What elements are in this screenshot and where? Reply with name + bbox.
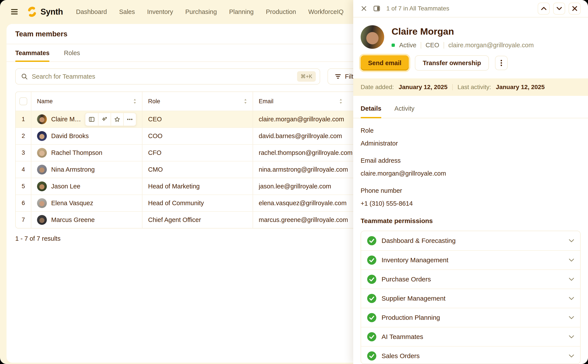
- open-side-panel-button[interactable]: [85, 113, 98, 126]
- hamburger-menu-button[interactable]: [10, 7, 19, 17]
- check-circle-icon: [367, 236, 377, 246]
- tab-activity[interactable]: Activity: [394, 98, 414, 118]
- select-all-checkbox[interactable]: [19, 97, 27, 105]
- close-detail-button[interactable]: [569, 3, 581, 15]
- expand-panel-button[interactable]: [373, 6, 380, 12]
- header-checkbox-cell: [16, 92, 31, 111]
- email-address-label: Email address: [361, 157, 581, 164]
- tab-teammates[interactable]: Teammates: [15, 44, 49, 61]
- chevron-down-icon: [569, 335, 575, 339]
- panel-right-icon: [373, 6, 380, 12]
- teammate-name: Elena Vasquez: [51, 200, 93, 207]
- permission-row[interactable]: Inventory Management: [361, 250, 580, 269]
- search-box[interactable]: ⌘+K: [15, 68, 320, 84]
- check-circle-icon: [367, 293, 377, 303]
- sparkles-icon: [102, 116, 108, 123]
- more-options-button[interactable]: [123, 113, 136, 126]
- panel-position-label: 1 of 7 in All Teammates: [386, 5, 449, 12]
- side-panel-icon: [89, 116, 95, 123]
- column-header-role[interactable]: Role: [142, 92, 253, 111]
- permission-label: AI Teammates: [381, 333, 564, 340]
- row-number: 7: [16, 212, 31, 228]
- date-added-label: Date added:: [361, 84, 394, 91]
- chevron-down-icon: [569, 354, 575, 358]
- tab-roles[interactable]: Roles: [64, 44, 80, 61]
- panel-tabs: Details Activity: [353, 98, 588, 118]
- search-input[interactable]: [32, 73, 297, 80]
- panel-header: 1 of 7 in All Teammates: [353, 0, 588, 17]
- chevron-down-icon: [569, 239, 575, 243]
- nav-item[interactable]: Dashboard: [76, 8, 107, 15]
- email-address-value: claire.morgan@grillroyale.com: [361, 170, 581, 177]
- favorite-star-button[interactable]: [111, 113, 123, 126]
- permission-row[interactable]: Sales Orders: [361, 346, 580, 364]
- permission-row[interactable]: Production Planning: [361, 308, 580, 327]
- permission-label: Purchase Orders: [381, 276, 564, 283]
- check-circle-icon: [367, 351, 377, 361]
- nav-item[interactable]: Planning: [229, 8, 254, 15]
- permission-label: Inventory Management: [381, 256, 564, 264]
- hamburger-icon: [11, 8, 18, 15]
- avatar: [37, 131, 47, 141]
- previous-teammate-button[interactable]: [538, 3, 550, 15]
- synth-logo-icon: [26, 6, 38, 17]
- tab-details[interactable]: Details: [361, 98, 381, 118]
- nav-item[interactable]: Purchasing: [185, 8, 217, 15]
- teammate-name: David Brooks: [51, 132, 89, 140]
- date-added-value: January 12, 2025: [399, 84, 447, 91]
- profile-actions: Send email Transfer ownership: [353, 49, 588, 78]
- send-email-button[interactable]: Send email: [361, 55, 409, 71]
- role-cell: Head of Community: [142, 195, 253, 211]
- transfer-ownership-button[interactable]: Transfer ownership: [415, 55, 489, 71]
- teammate-name: Rachel Thompson: [51, 149, 102, 156]
- avatar: [37, 165, 47, 175]
- row-number: 2: [16, 128, 31, 144]
- nav-item[interactable]: Inventory: [147, 8, 173, 15]
- permission-row[interactable]: Dashboard & Forecasting: [361, 231, 580, 250]
- permission-row[interactable]: Supplier Management: [361, 289, 580, 308]
- column-header-name[interactable]: Name: [31, 92, 142, 111]
- avatar: [37, 114, 47, 124]
- role-cell: CFO: [142, 145, 253, 161]
- chevron-down-icon: [556, 6, 562, 10]
- chevron-down-icon: [569, 316, 575, 319]
- nav-item[interactable]: Production: [266, 8, 296, 15]
- ai-sparkles-button[interactable]: [98, 113, 111, 126]
- role-cell: CEO: [142, 111, 253, 127]
- ellipsis-icon: [127, 118, 133, 120]
- sort-icon[interactable]: [244, 98, 247, 104]
- row-number: 3: [16, 145, 31, 161]
- permission-label: Dashboard & Forecasting: [381, 237, 564, 244]
- teammate-name: Jason Lee: [51, 183, 80, 190]
- last-activity-value: January 12, 2025: [496, 84, 545, 91]
- role-value: Administrator: [361, 140, 581, 147]
- next-teammate-button[interactable]: [553, 3, 565, 15]
- close-panel-button[interactable]: [361, 5, 367, 12]
- role-cell: COO: [142, 128, 253, 144]
- close-icon: [572, 6, 578, 11]
- avatar: [37, 182, 47, 191]
- permissions-accordion: Dashboard & Forecasting Inventory Manage…: [361, 231, 581, 364]
- name-cell: Elena Vasquez: [31, 195, 142, 211]
- role-cell: Head of Marketing: [142, 178, 253, 195]
- row-number: 4: [16, 161, 31, 178]
- sort-icon[interactable]: [133, 98, 136, 104]
- permission-row[interactable]: Purchase Orders: [361, 269, 580, 289]
- permission-row[interactable]: AI Teammates: [361, 327, 580, 346]
- nav-item[interactable]: WorkforceIQ: [308, 8, 343, 15]
- phone-number-label: Phone number: [361, 187, 581, 194]
- profile-email: claire.morgan@grillroyale.com: [448, 42, 534, 49]
- profile-section: Claire Morgan Active CEO claire.morgan@g…: [353, 17, 588, 49]
- avatar: [37, 198, 47, 208]
- app-window: Synth DashboardSalesInventoryPurchasingP…: [0, 0, 588, 364]
- profile-avatar: [361, 25, 384, 49]
- nav-item[interactable]: Sales: [119, 8, 135, 15]
- profile-name: Claire Morgan: [392, 26, 534, 37]
- status-label: Active: [399, 42, 416, 49]
- sort-icon[interactable]: [339, 98, 342, 104]
- permission-label: Production Planning: [381, 314, 564, 321]
- teammate-name: Claire Morgan: [51, 116, 81, 123]
- more-actions-button[interactable]: [495, 56, 508, 70]
- chevron-up-icon: [541, 6, 547, 10]
- brand-logo[interactable]: Synth: [26, 6, 63, 17]
